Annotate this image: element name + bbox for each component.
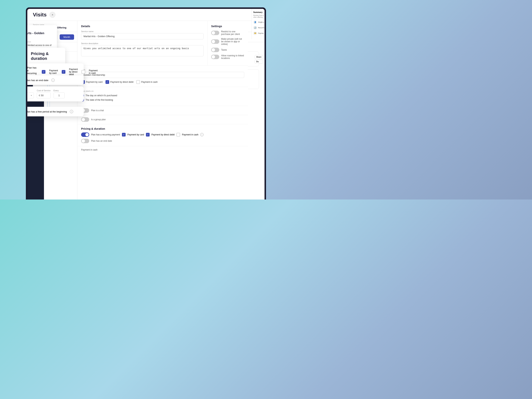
- checkbox-cash-floating[interactable]: [82, 70, 85, 74]
- payment-card-option: ✓ Payment by card: [81, 80, 102, 84]
- time-period-label: Time Period: [27, 89, 34, 92]
- free-period-label: Plan has a free period at the beginning: [27, 110, 67, 113]
- card-free-period: Plan has a free period at the beginning …: [27, 107, 84, 116]
- summary-icon-recurring: 🔄: [253, 26, 257, 30]
- service-name-group: Service name: [81, 30, 203, 39]
- device-inner: G ⊞ 📅 📊 🛒 Visits × Service name Martial …: [27, 9, 265, 200]
- settings-section: Settings Restrict to one purchase per cl…: [207, 21, 248, 65]
- toggle-roaming[interactable]: [211, 55, 219, 59]
- payment-card-floating: Payment by card: [49, 69, 58, 75]
- form-service-desc-label: Service description: [81, 42, 203, 44]
- debit-label-rp: Payment by direct debit: [152, 133, 175, 136]
- page-title: Visits: [33, 12, 47, 18]
- payment-card-label: Payment by card: [86, 81, 102, 83]
- plan-name-input[interactable]: [81, 72, 244, 78]
- du-button[interactable]: Du: [254, 60, 263, 63]
- setting-restrict: Restrict to one purchase per client: [211, 30, 244, 35]
- tab-month[interactable]: Month: [60, 34, 74, 40]
- radio-day-purchased-text: The day on which it's purchased: [86, 94, 117, 97]
- right-main-panel: Details Service name Service description…: [77, 21, 248, 200]
- toggle-recurring-rp[interactable]: [81, 133, 89, 137]
- summary-item-payment: 💳 Paymer: [253, 32, 265, 35]
- toggle-private[interactable]: [211, 39, 219, 44]
- every-label: Every: [54, 89, 65, 92]
- bottom-payment-cash: Payment in cash: [77, 146, 248, 153]
- payment-debit-floating: Payment by direct debit: [69, 68, 78, 76]
- card-service-name-label: Service name: [27, 29, 53, 31]
- cost-group: Cost of Service € 50: [37, 89, 51, 98]
- setting-taxes-text: Taxes: [221, 49, 227, 51]
- payment-debit-label: Payment by direct debit: [110, 81, 133, 83]
- cash-label-rp: Payment in cash: [182, 133, 198, 136]
- summary-title: Summary: [253, 11, 265, 13]
- form-service-name-label: Service name: [81, 30, 203, 32]
- payment-options-row: ✓ Payment by card ✓ Payment by direct de…: [81, 80, 244, 84]
- every-group: Every 1: [54, 89, 65, 98]
- setting-restrict-text: Restrict to one purchase per client: [221, 30, 244, 35]
- summary-icon-single: 👤: [253, 20, 257, 24]
- settings-title: Settings: [211, 25, 244, 28]
- card-plan-end-date: Plan has an end date i: [27, 75, 84, 85]
- info-icon-rp: i: [200, 133, 203, 136]
- chevron-down-icon: ▾: [31, 94, 32, 96]
- summary-item-recurring: 🔄 Recurrin: [253, 26, 265, 30]
- trial-toggle-text: Plan is a trial: [91, 109, 104, 112]
- cost-field[interactable]: € 50: [37, 92, 51, 98]
- radio-first-booking: The date of the first booking: [81, 98, 244, 101]
- summary-text-payment: Paymer: [258, 32, 264, 34]
- cost-label: Cost of Service: [37, 89, 51, 92]
- checkbox-cash-rp[interactable]: [176, 133, 180, 137]
- setting-private-text: Make private (will not be shown in app o…: [221, 38, 244, 45]
- toggle-restrict[interactable]: [211, 31, 219, 35]
- plan-end-date-label: Plan has an end date: [27, 79, 48, 82]
- time-period-group: Time Period Month ▾: [27, 89, 34, 98]
- service-name-input[interactable]: [81, 33, 203, 39]
- pricing-title: Pricing & duration: [31, 51, 61, 61]
- checkbox-card-rp[interactable]: ✓: [122, 133, 126, 137]
- details-title: Details: [81, 25, 203, 28]
- toggle-taxes[interactable]: [211, 48, 219, 52]
- details-settings-row: Details Service name Service description…: [77, 21, 248, 66]
- checkbox-payment-cash[interactable]: [136, 80, 140, 84]
- card-service-name-value: Martial Arts - Golden Offering: [27, 32, 53, 38]
- device-frame: G ⊞ 📅 📊 🛒 Visits × Service name Martial …: [26, 7, 266, 200]
- payment-debit-option: ✓ Payment by direct debit: [106, 80, 133, 84]
- setting-taxes: Taxes: [211, 48, 244, 52]
- checkbox-debit-rp[interactable]: ✓: [146, 133, 150, 137]
- end-date-row-rp: Plan has an end date: [81, 139, 244, 143]
- summary-icon-payment: 💳: [253, 32, 257, 35]
- action-buttons: Share Du: [254, 55, 263, 63]
- toggle-group-plan[interactable]: [81, 117, 89, 122]
- radio-first-booking-text: The date of the first booking: [86, 99, 113, 101]
- plan-label: Plan: [81, 69, 244, 71]
- share-button[interactable]: Share: [254, 55, 263, 59]
- euro-sign: €: [39, 94, 40, 97]
- every-field[interactable]: 1: [54, 92, 65, 98]
- summary-desc: Review how a clien offering: [253, 14, 265, 18]
- setting-roaming: Allow roaming to linked locations: [211, 54, 244, 59]
- recurring-label-rp: Plan has a recurring payment: [91, 133, 120, 136]
- toggle-end-date-rp[interactable]: [81, 139, 89, 143]
- header-bar: Visits ×: [27, 9, 265, 21]
- close-button[interactable]: ×: [50, 12, 55, 18]
- group-plan-toggle-text: Is a group plan: [91, 118, 106, 121]
- info-icon-end-date: i: [51, 78, 55, 82]
- time-period-select[interactable]: Month ▾: [27, 92, 34, 98]
- checkbox-payment-debit[interactable]: ✓: [106, 80, 109, 84]
- summary-item-single: 👤 Single s: [253, 20, 265, 24]
- payment-cash-option: Payment in cash: [136, 80, 158, 84]
- checkbox-card-floating[interactable]: ✓: [42, 70, 45, 74]
- end-date-label-rp: Plan has an end date: [91, 140, 112, 142]
- card-service-desc-label: Service description: [27, 41, 53, 43]
- checkbox-debit-floating[interactable]: ✓: [62, 70, 65, 74]
- card-label-rp: Payment by card: [127, 133, 144, 136]
- plan-name-group: [81, 72, 244, 78]
- bottom-cash-label: Payment in cash: [81, 149, 98, 151]
- payment-cash-label: Payment in cash: [141, 81, 158, 83]
- service-description-input[interactable]: Gives you unlimited access to one of our…: [81, 45, 203, 56]
- setting-private: Make private (will not be shown in app o…: [211, 38, 244, 45]
- cost-value: 50: [41, 94, 43, 97]
- plan-starts-label: Plan starts on: [81, 90, 244, 92]
- plan-starts-section: Plan starts on The day on which it's pur…: [77, 87, 248, 106]
- details-section: Details Service name Service description…: [77, 21, 207, 65]
